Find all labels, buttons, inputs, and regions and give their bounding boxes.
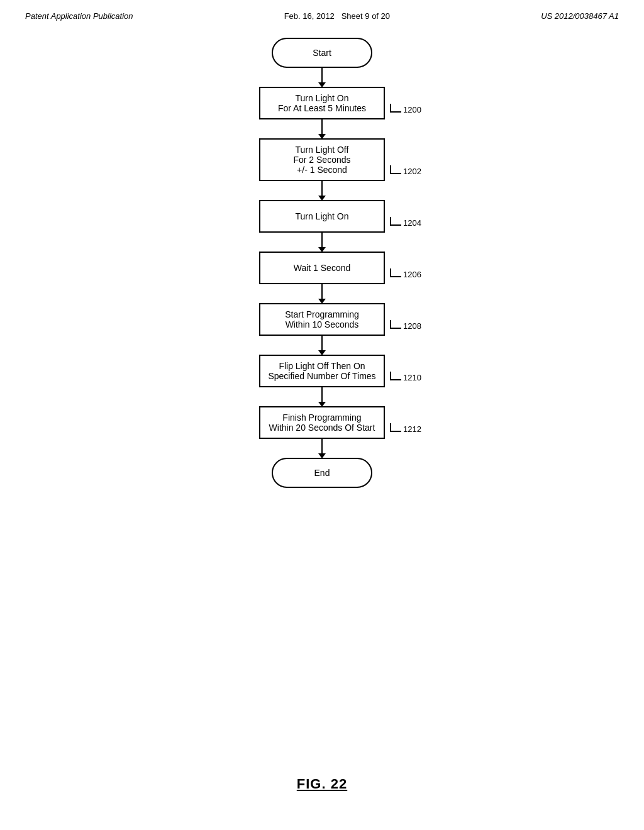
rect-1206: Wait 1 Second xyxy=(259,252,385,284)
node-end: End xyxy=(272,458,372,488)
flowchart-diagram: Start Turn Light On For At Least 5 Minut… xyxy=(190,38,454,488)
node-1208: Start Programming Within 10 Seconds 1208 xyxy=(259,303,385,336)
rect-1202: Turn Light Off For 2 Seconds +/- 1 Secon… xyxy=(259,138,385,181)
ref-line-1202 xyxy=(390,165,401,174)
node-start: Start xyxy=(272,38,372,68)
ref-1208: 1208 xyxy=(390,321,421,331)
ref-1212: 1212 xyxy=(390,424,421,434)
page-header: Patent Application Publication Feb. 16, … xyxy=(0,0,644,21)
rect-1212: Finish Programming Within 20 Seconds Of … xyxy=(259,406,385,439)
rect-1208: Start Programming Within 10 Seconds xyxy=(259,303,385,336)
node-1200: Turn Light On For At Least 5 Minutes 120… xyxy=(259,87,385,119)
ref-line-1200 xyxy=(390,104,401,113)
node-1210: Flip Light Off Then On Specified Number … xyxy=(259,355,385,387)
ref-line-1212 xyxy=(390,423,401,432)
arrow-4 xyxy=(321,233,323,252)
node-1204: Turn Light On 1204 xyxy=(259,200,385,233)
ref-line-1206 xyxy=(390,268,401,277)
figure-caption: FIG. 22 xyxy=(297,776,347,792)
arrow-2 xyxy=(321,119,323,138)
rect-1200: Turn Light On For At Least 5 Minutes xyxy=(259,87,385,119)
ref-1204: 1204 xyxy=(390,218,421,228)
header-right: US 2012/0038467 A1 xyxy=(541,11,619,21)
ref-line-1208 xyxy=(390,320,401,329)
ref-line-1210 xyxy=(390,372,401,380)
start-shape: Start xyxy=(272,38,372,68)
node-1206: Wait 1 Second 1206 xyxy=(259,252,385,284)
ref-1202: 1202 xyxy=(390,167,421,176)
rect-1204: Turn Light On xyxy=(259,200,385,233)
ref-1210: 1210 xyxy=(390,373,421,382)
ref-1206: 1206 xyxy=(390,270,421,279)
ref-line-1204 xyxy=(390,217,401,226)
arrow-3 xyxy=(321,181,323,200)
arrow-7 xyxy=(321,387,323,406)
end-shape: End xyxy=(272,458,372,488)
node-1202: Turn Light Off For 2 Seconds +/- 1 Secon… xyxy=(259,138,385,181)
ref-1200: 1200 xyxy=(390,105,421,114)
flowchart-center: Start Turn Light On For At Least 5 Minut… xyxy=(190,38,454,488)
header-center: Feb. 16, 2012 Sheet 9 of 20 xyxy=(284,11,390,21)
arrow-6 xyxy=(321,336,323,355)
arrow-8 xyxy=(321,439,323,458)
arrow-1 xyxy=(321,68,323,87)
arrow-5 xyxy=(321,284,323,303)
node-1212: Finish Programming Within 20 Seconds Of … xyxy=(259,406,385,439)
header-left: Patent Application Publication xyxy=(25,11,133,21)
rect-1210: Flip Light Off Then On Specified Number … xyxy=(259,355,385,387)
